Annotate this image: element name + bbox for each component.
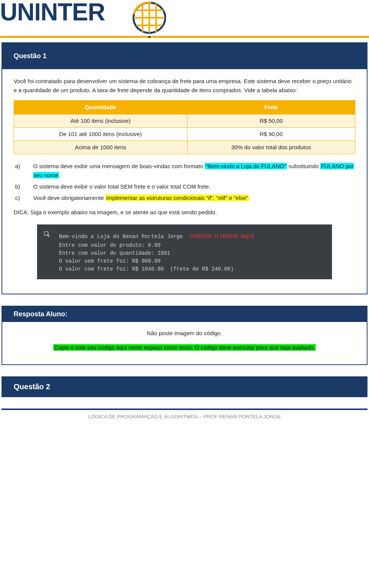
cell-qty: De 101 até 1000 itens (inclusive) bbox=[14, 128, 188, 141]
console-line2: Entre com valor do produto: 0.80 bbox=[59, 242, 161, 248]
th-freight: Frete bbox=[187, 101, 355, 115]
question-2-title: Questão 2 bbox=[2, 377, 367, 396]
req-a-end: . bbox=[59, 172, 60, 178]
console-line5: O valor com frete foi: R$ 1040.80 (frete… bbox=[59, 266, 234, 272]
question-1-body: Você foi contratado para desenvolver um … bbox=[2, 69, 367, 294]
cell-frete: 30% do valor total dos produtos bbox=[187, 141, 355, 154]
question-2-panel: Questão 2 bbox=[2, 376, 367, 397]
freight-table: Quantidade Frete Até 100 itens (inclusiv… bbox=[14, 100, 355, 154]
req-a-text1: O sistema deve exibir uma mensagem de bo… bbox=[33, 163, 205, 169]
req-a-mid: substituindo bbox=[287, 163, 320, 169]
table-row: Até 100 itens (inclusive) R$ 50,00 bbox=[14, 115, 355, 128]
highlight-ifelse: implementar as estruturas condicionais "… bbox=[105, 195, 249, 201]
q1-intro: Você foi contratado para desenvolver um … bbox=[14, 77, 355, 95]
th-quantity: Quantidade bbox=[14, 101, 188, 115]
cell-frete: R$ 50,00 bbox=[187, 115, 355, 128]
req-a: a)O sistema deve exibir uma mensagem de … bbox=[24, 162, 355, 180]
req-b-text: O sistema deve exibir o valor total SEM … bbox=[33, 183, 211, 190]
answer-1-panel: Resposta Aluno: Não poste imagem do códi… bbox=[2, 306, 367, 365]
console-lines: Bem-vindo a Loja do Renan Portela Jorge … bbox=[44, 231, 326, 273]
run-output-icon bbox=[44, 231, 50, 237]
hint-text: DICA: Siga o exemplo abaixo na imagem, e… bbox=[14, 208, 355, 217]
cell-qty: Até 100 itens (inclusive) bbox=[14, 115, 188, 128]
item-letter: a) bbox=[24, 162, 33, 171]
cell-qty: Acima de 1000 itens bbox=[14, 141, 188, 154]
console-line3: Entre com valor do quantidade: 1001 bbox=[59, 250, 170, 256]
highlight-welcome: "Bem-vindo a Loja do FULANO" bbox=[205, 163, 287, 169]
req-c-text1: Você deve obrigatoriamente bbox=[33, 195, 105, 201]
question-1-title: Questão 1 bbox=[2, 43, 367, 69]
globe-icon bbox=[129, 0, 170, 40]
item-letter: b) bbox=[24, 182, 33, 191]
answer-instruction-highlight: Copie e cole seu código aqui neste espaç… bbox=[53, 344, 316, 351]
cell-frete: R$ 90,00 bbox=[187, 128, 355, 141]
header: UNINTER bbox=[0, 0, 369, 38]
table-row: Acima de 1000 itens 30% do valor total d… bbox=[14, 141, 355, 154]
brand-wordmark: UNINTER bbox=[0, 0, 105, 24]
svg-point-8 bbox=[148, 36, 150, 38]
footer-divider bbox=[2, 409, 367, 410]
req-c: c)Você deve obrigatoriamente implementar… bbox=[24, 193, 355, 203]
question-1-panel: Questão 1 Você foi contratado para desen… bbox=[2, 42, 367, 294]
console-annotation: colocar o nome aqui bbox=[189, 232, 254, 240]
footer-text: LÓGICA DE PROGRAMAÇÃO E ALGORITMOS – PRO… bbox=[0, 414, 369, 419]
console-line4: O valor sem frete foi: R$ 800.80 bbox=[59, 258, 161, 264]
console-line1: Bem-vindo a Loja do Renan Portela Jorge bbox=[59, 234, 183, 240]
console-example: Bem-vindo a Loja do Renan Portela Jorge … bbox=[37, 224, 332, 279]
requirements-list: a)O sistema deve exibir uma mensagem de … bbox=[14, 162, 355, 203]
req-c-end: . bbox=[249, 195, 250, 201]
table-row: De 101 até 1000 itens (inclusive) R$ 90,… bbox=[14, 128, 355, 141]
item-letter: c) bbox=[24, 193, 33, 203]
answer-1-body: Não poste imagem do código. Copie e cole… bbox=[2, 322, 367, 364]
answer-1-title: Resposta Aluno: bbox=[2, 306, 367, 322]
req-b: b)O sistema deve exibir o valor total SE… bbox=[24, 182, 355, 191]
answer-instruction-1: Não poste imagem do código. bbox=[14, 329, 355, 338]
